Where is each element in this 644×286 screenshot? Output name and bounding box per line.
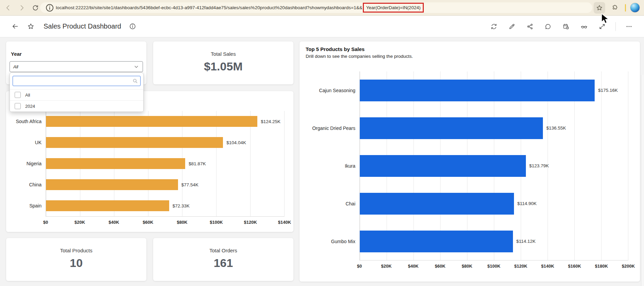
dropdown-search: [13, 76, 141, 86]
more-options-button[interactable]: [624, 22, 634, 31]
chart-bar[interactable]: [46, 200, 169, 211]
extensions-button[interactable]: [609, 2, 621, 14]
favorite-star-button[interactable]: [26, 22, 35, 31]
extension-highlight-separator: [625, 4, 626, 12]
category-label: Ikura: [303, 147, 359, 185]
x-axis-tick-label: $140K: [278, 220, 291, 225]
bookmark-star-button[interactable]: [594, 2, 605, 14]
total-sales-value: $1.05M: [204, 60, 242, 73]
option-checkbox[interactable]: [15, 92, 21, 98]
chart-bar[interactable]: [360, 193, 514, 215]
x-axis-tick-label: $20K: [381, 264, 391, 269]
browser-forward-button[interactable]: [16, 2, 27, 13]
bar-row: $114.12K: [360, 222, 628, 260]
option-checkbox[interactable]: [15, 103, 21, 109]
reload-icon: [32, 4, 39, 11]
total-products-value: 10: [70, 256, 83, 270]
sales-by-country-chart-card: South AfricaUKNigeriaChinaSpain $124.25K…: [6, 91, 293, 232]
edit-pencil-icon: [509, 23, 515, 30]
preview-button[interactable]: [579, 22, 589, 31]
chart-bar[interactable]: [360, 117, 543, 139]
bar-row: $136.55K: [360, 109, 628, 147]
more-options-icon: [626, 23, 632, 30]
category-label: Organic Dried Pears: [303, 109, 359, 147]
chart-bar[interactable]: [46, 116, 257, 127]
dashboard-toolbar: [489, 22, 644, 31]
bar-row: $77.54K: [46, 174, 284, 195]
search-input[interactable]: [13, 76, 141, 86]
x-axis-tick-label: $120K: [514, 264, 527, 269]
bar-row: $114.90K: [360, 185, 628, 222]
category-label: Chai: [303, 185, 359, 222]
dashboard-body: Year All Total Sales $1.05M South Africa…: [0, 37, 644, 286]
chart-bar[interactable]: [360, 80, 595, 101]
chart-bars: $124.25K$104.04K$81.87K$77.54K$72.33K: [46, 111, 284, 216]
share-button[interactable]: [525, 22, 535, 31]
total-sales-card: Total Sales $1.05M: [153, 41, 293, 84]
bar-row: $81.87K: [46, 153, 284, 174]
chart-bar[interactable]: [46, 137, 223, 148]
category-label: South Africa: [11, 111, 46, 132]
chart-bar[interactable]: [360, 231, 513, 252]
chart-bar[interactable]: [46, 158, 185, 169]
x-axis-tick-label: $120K: [244, 220, 257, 225]
x-axis-tick-label: $20K: [75, 220, 85, 225]
url-text: localhost:22222/bi/site/site1/dashboards…: [56, 5, 363, 10]
chart-bar[interactable]: [360, 155, 526, 177]
x-axis-tick-label: $40K: [408, 264, 418, 269]
bar-value-label: $136.55K: [546, 125, 566, 131]
refresh-button[interactable]: [489, 22, 499, 31]
favorite-star-icon: [27, 23, 34, 30]
fullscreen-button[interactable]: [597, 22, 607, 31]
bar-value-label: $124.25K: [261, 119, 280, 124]
year-filter-popup: All2024: [10, 72, 144, 112]
x-axis-ticks: $0$20K$40K$60K$80K$100K$120K$140K: [46, 217, 285, 225]
chart-plot-area: $124.25K$104.04K$81.87K$77.54K$72.33K: [46, 111, 285, 217]
x-axis-tick-label: $100K: [210, 220, 223, 225]
edit-button[interactable]: [507, 22, 517, 31]
address-bar[interactable]: localhost:22222/bi/site/site1/dashboards…: [40, 2, 592, 13]
back-arrow-icon: [12, 23, 19, 30]
refresh-icon: [490, 23, 497, 30]
chart-bar[interactable]: [46, 179, 178, 190]
x-axis-tick-label: $0: [357, 264, 362, 269]
site-info-icon[interactable]: [45, 3, 54, 13]
x-axis-tick-label: $0: [43, 220, 48, 225]
schedule-calendar-icon: [563, 23, 569, 30]
toolbar-divider: [615, 22, 616, 31]
bar-value-label: $114.90K: [517, 201, 537, 206]
x-axis-tick-label: $60K: [435, 264, 445, 269]
dropdown-option-list: All2024: [10, 89, 143, 112]
dashboard-info-button[interactable]: [128, 22, 138, 31]
comment-button[interactable]: [543, 22, 553, 31]
page: localhost:22222/bi/site/site1/dashboards…: [0, 0, 644, 286]
category-label: Gumbo Mix: [303, 222, 359, 260]
dropdown-option-2024[interactable]: 2024: [10, 100, 143, 112]
chart-plot-area: $175.16K$136.55K$123.79K$114.90K$114.12K: [359, 71, 628, 260]
puzzle-icon: [612, 4, 618, 11]
total-products-card: Total Products 10: [6, 238, 146, 281]
dashboard-back-button[interactable]: [10, 22, 20, 31]
bar-value-label: $77.54K: [181, 182, 198, 187]
browser-right-controls: [594, 0, 640, 15]
total-products-label: Total Products: [60, 248, 92, 253]
page-title: Sales Product Dashboard: [44, 22, 121, 30]
fullscreen-expand-icon: [599, 23, 606, 30]
vertical-scrollbar[interactable]: [641, 75, 644, 286]
category-label: Spain: [11, 195, 46, 216]
browser-back-button[interactable]: [3, 2, 14, 13]
schedule-button[interactable]: [561, 22, 571, 31]
bar-row: $124.25K: [46, 111, 284, 132]
year-filter-selected-value: All: [13, 64, 18, 69]
x-axis-tick-label: $80K: [177, 220, 188, 225]
browser-chrome: localhost:22222/bi/site/site1/dashboards…: [0, 0, 644, 16]
x-axis-tick-label: $80K: [462, 264, 472, 269]
dropdown-option-all[interactable]: All: [10, 89, 143, 100]
x-axis-tick-label: $160K: [568, 264, 581, 269]
total-sales-label: Total Sales: [211, 51, 236, 57]
browser-reload-button[interactable]: [30, 2, 41, 13]
year-filter-dropdown[interactable]: All: [10, 61, 143, 72]
widget-title: Top 5 Products by Sales: [306, 46, 365, 52]
browser-profile-avatar[interactable]: [630, 3, 640, 13]
dashboard-header: Sales Product Dashboard: [0, 16, 644, 37]
